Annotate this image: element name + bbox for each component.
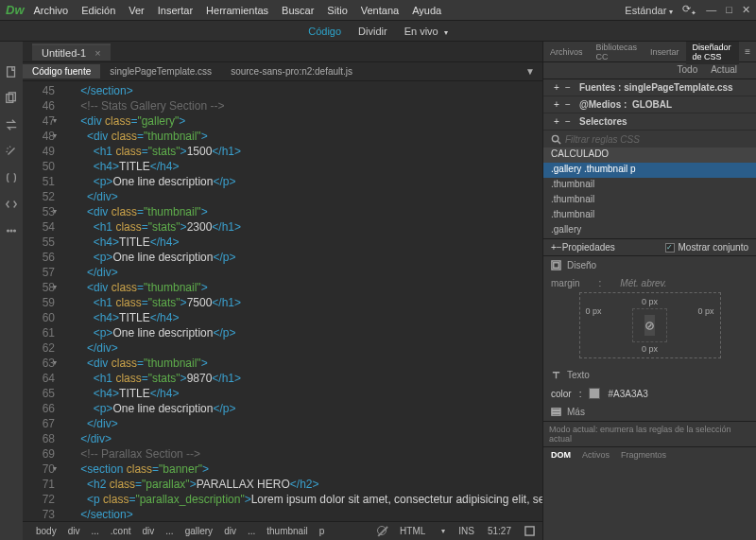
add-selector-icon[interactable]: + [551,116,562,127]
mode-description: Modo actual: enumera las reglas de la se… [543,421,756,446]
view-code[interactable]: Código [308,26,341,37]
breadcrumb-segment[interactable]: div [218,525,242,537]
margin-right-value[interactable]: 0 px [697,306,713,344]
add-media-icon[interactable]: + [551,99,562,110]
menu-ventana[interactable]: Ventana [361,5,399,16]
selector-item[interactable]: .thumbnail [543,193,756,208]
overflow-icon[interactable] [524,526,535,537]
menu-buscar[interactable]: Buscar [282,5,314,16]
panel-menu-icon[interactable]: ≡ [739,46,756,57]
remove-selector-icon[interactable]: − [562,116,574,127]
margin-left-value[interactable]: 0 px [586,306,602,344]
lang-indicator: HTML [400,526,425,536]
breadcrumb-segment[interactable]: ... [85,525,104,537]
color-hex-value[interactable]: #A3A3A3 [608,389,647,399]
breadcrumb-segment[interactable]: div [62,525,86,537]
filter-icon[interactable]: ▼ [525,66,535,77]
breadcrumb-segment[interactable]: ... [160,525,179,537]
svg-rect-0 [8,67,15,78]
bottom-tab[interactable]: Activos [582,450,610,460]
breadcrumb-bar: bodydiv....contdiv...gallerydiv...thumbn… [23,521,542,540]
bottom-panel-tabs: DOMActivosFragmentos [543,446,756,462]
maximize-button[interactable]: □ [726,4,732,16]
code-editor[interactable]: 4546474849505152535455565758596061626364… [23,81,542,521]
svg-point-3 [8,230,9,232]
panel-tab[interactable]: Diseñador de CSS [686,42,740,64]
svg-rect-11 [552,409,560,410]
selector-item[interactable]: .thumbnail [543,178,756,193]
box-model-widget[interactable]: 0 px 0 px 0 px 0 px [579,292,721,358]
related-file-tab[interactable]: source-sans-pro:n2:default.js [221,64,362,78]
breadcrumb-segment[interactable]: p [314,525,331,537]
breadcrumb-segment[interactable]: gallery [180,525,218,537]
panel-tab[interactable]: Archivos [543,44,590,60]
selector-item[interactable]: .thumbnail [543,208,756,223]
related-file-tab[interactable]: Código fuente [23,64,100,78]
wand-icon[interactable] [4,144,19,159]
media-row[interactable]: + − @Medios : GLOBAL [543,96,756,113]
layout-section[interactable]: Diseño [543,256,756,274]
show-set-checkbox[interactable]: ✓Mostrar conjunto [665,242,748,253]
close-button[interactable]: ✕ [742,4,750,16]
breadcrumb-segment[interactable]: ... [242,525,261,537]
add-source-icon[interactable]: + [551,82,562,93]
tab-close-icon[interactable]: × [94,47,100,59]
selectors-row[interactable]: + − Selectores [543,113,756,131]
text-section[interactable]: Texto [543,366,756,384]
minimize-button[interactable]: ― [706,4,716,16]
more-icon[interactable] [4,223,19,238]
swap-icon[interactable] [4,117,19,132]
file-icon[interactable] [4,64,19,79]
left-toolbar [0,42,23,540]
breadcrumb-segment[interactable]: .cont [105,525,137,537]
filter-rules-input[interactable]: Filtrar reglas CSS [543,131,756,148]
error-indicator-icon[interactable] [377,526,387,535]
cursor-position: 51:27 [488,526,511,536]
svg-point-4 [10,230,12,232]
selector-item[interactable]: .gallery [543,223,756,238]
margin-top-value[interactable]: 0 px [584,297,716,306]
svg-rect-13 [552,413,560,415]
selector-item[interactable]: .gallery .thumbnail p [543,163,756,178]
svg-rect-6 [525,527,534,535]
tag-icon[interactable] [4,197,19,212]
view-live[interactable]: En vivo ▾ [404,26,448,37]
more-section[interactable]: Más [543,403,756,421]
menu-ayuda[interactable]: Ayuda [412,5,441,16]
document-tab[interactable]: Untitled-1 × [32,44,111,61]
workspace-dropdown[interactable]: Estándar▾ [625,5,673,16]
menu-sitio[interactable]: Sitio [327,5,347,16]
bottom-tab[interactable]: DOM [551,450,571,460]
editor: Untitled-1 × Código fuentesinglePageTemp… [23,42,542,540]
breadcrumb-segment[interactable]: thumbnail [261,525,313,537]
panel-tab[interactable]: Bibliotecas CC [590,42,644,64]
remove-media-icon[interactable]: − [562,99,574,110]
menu-herramientas[interactable]: Herramientas [206,5,268,16]
svg-point-7 [552,135,558,141]
remove-source-icon[interactable]: − [562,82,574,93]
view-split[interactable]: Dividir [358,26,387,37]
properties-row[interactable]: + − Propiedades ✓Mostrar conjunto [543,238,756,256]
menu-ver[interactable]: Ver [129,5,145,16]
menu-archivo[interactable]: Archivo [34,5,69,16]
color-swatch[interactable] [589,388,600,399]
breadcrumb-segment[interactable]: body [30,525,62,537]
bottom-tab[interactable]: Fragmentos [621,450,666,460]
menubar: Dw ArchivoEdiciónVerInsertarHerramientas… [0,0,756,21]
pages-icon[interactable] [4,91,19,106]
svg-rect-12 [552,411,560,413]
related-file-tab[interactable]: singlePageTemplate.css [100,64,221,78]
breadcrumb-segment[interactable]: div [137,525,161,537]
panel-tab[interactable]: Insertar [644,44,686,60]
computed-header: CALCULADO [543,148,756,163]
margin-bottom-value[interactable]: 0 px [584,344,716,354]
mode-todo[interactable]: Todo [678,64,698,77]
svg-point-5 [14,230,16,232]
sources-row[interactable]: + − Fuentes : singlePageTemplate.css [543,79,756,96]
menu-insertar[interactable]: Insertar [158,5,193,16]
mode-actual[interactable]: Actual [711,64,737,77]
sync-icon[interactable]: ⟳✦ [682,3,696,17]
menu-edición[interactable]: Edición [81,5,115,16]
menu-items: ArchivoEdiciónVerInsertarHerramientasBus… [34,5,442,16]
bracket-icon[interactable] [4,170,19,185]
